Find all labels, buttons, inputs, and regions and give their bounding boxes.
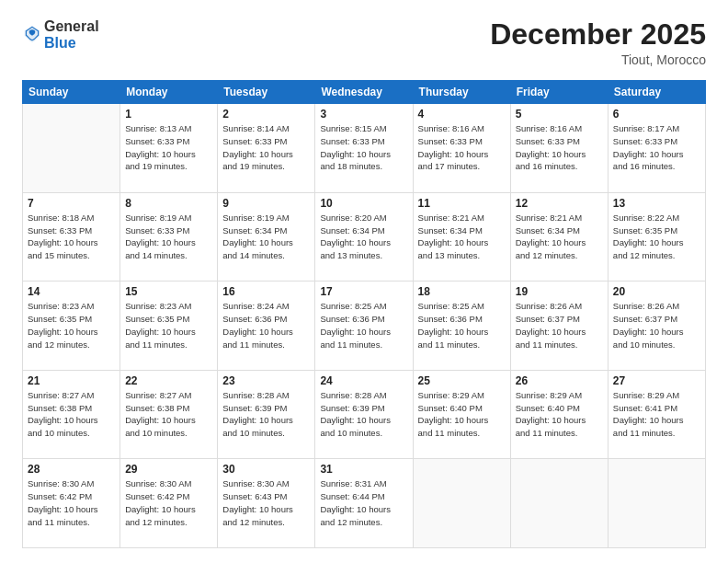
day-info: Sunrise: 8:27 AM Sunset: 6:38 PM Dayligh… xyxy=(28,389,115,440)
calendar-cell: 26Sunrise: 8:29 AM Sunset: 6:40 PM Dayli… xyxy=(510,370,608,459)
calendar-cell: 5Sunrise: 8:16 AM Sunset: 6:33 PM Daylig… xyxy=(510,104,608,193)
day-number: 26 xyxy=(516,374,603,387)
calendar-cell: 12Sunrise: 8:21 AM Sunset: 6:34 PM Dayli… xyxy=(510,192,608,282)
weekday-header-wednesday: Wednesday xyxy=(315,81,413,104)
calendar-week-1: 1Sunrise: 8:13 AM Sunset: 6:33 PM Daylig… xyxy=(23,104,706,193)
day-number: 1 xyxy=(125,108,212,121)
calendar-cell xyxy=(608,459,705,548)
calendar-cell: 23Sunrise: 8:28 AM Sunset: 6:39 PM Dayli… xyxy=(218,370,315,459)
day-info: Sunrise: 8:21 AM Sunset: 6:34 PM Dayligh… xyxy=(418,212,506,262)
day-info: Sunrise: 8:15 AM Sunset: 6:33 PM Dayligh… xyxy=(320,122,407,173)
calendar-table: SundayMondayTuesdayWednesdayThursdayFrid… xyxy=(22,80,706,548)
calendar-cell: 2Sunrise: 8:14 AM Sunset: 6:33 PM Daylig… xyxy=(218,104,315,193)
day-number: 13 xyxy=(613,197,700,210)
day-number: 8 xyxy=(125,197,212,210)
day-info: Sunrise: 8:19 AM Sunset: 6:33 PM Dayligh… xyxy=(125,212,212,262)
day-number: 22 xyxy=(125,374,212,387)
day-number: 9 xyxy=(222,197,310,210)
day-info: Sunrise: 8:22 AM Sunset: 6:35 PM Dayligh… xyxy=(613,212,700,262)
calendar-cell: 31Sunrise: 8:31 AM Sunset: 6:44 PM Dayli… xyxy=(315,459,413,548)
logo: General Blue xyxy=(22,18,99,52)
day-info: Sunrise: 8:26 AM Sunset: 6:37 PM Dayligh… xyxy=(516,300,603,350)
calendar-cell: 21Sunrise: 8:27 AM Sunset: 6:38 PM Dayli… xyxy=(23,370,120,459)
calendar-cell xyxy=(23,104,120,193)
weekday-header-tuesday: Tuesday xyxy=(218,81,315,104)
day-info: Sunrise: 8:28 AM Sunset: 6:39 PM Dayligh… xyxy=(222,389,310,440)
day-number: 5 xyxy=(516,108,603,121)
calendar-cell: 8Sunrise: 8:19 AM Sunset: 6:33 PM Daylig… xyxy=(120,192,218,282)
day-number: 16 xyxy=(222,285,310,298)
day-number: 12 xyxy=(516,197,603,210)
calendar-cell: 7Sunrise: 8:18 AM Sunset: 6:33 PM Daylig… xyxy=(23,192,120,282)
calendar-cell: 10Sunrise: 8:20 AM Sunset: 6:34 PM Dayli… xyxy=(315,192,413,282)
calendar-cell: 17Sunrise: 8:25 AM Sunset: 6:36 PM Dayli… xyxy=(315,282,413,371)
calendar-cell: 4Sunrise: 8:16 AM Sunset: 6:33 PM Daylig… xyxy=(413,104,510,193)
calendar-cell: 22Sunrise: 8:27 AM Sunset: 6:38 PM Dayli… xyxy=(120,370,218,459)
day-info: Sunrise: 8:28 AM Sunset: 6:39 PM Dayligh… xyxy=(320,389,407,440)
logo-icon xyxy=(22,23,42,43)
calendar-cell xyxy=(413,459,510,548)
day-number: 3 xyxy=(320,108,407,121)
day-info: Sunrise: 8:29 AM Sunset: 6:40 PM Dayligh… xyxy=(516,389,603,440)
day-info: Sunrise: 8:23 AM Sunset: 6:35 PM Dayligh… xyxy=(125,300,212,350)
day-info: Sunrise: 8:25 AM Sunset: 6:36 PM Dayligh… xyxy=(320,300,407,350)
header: General Blue December 2025 Tiout, Morocc… xyxy=(22,18,706,67)
day-number: 15 xyxy=(125,285,212,298)
calendar-cell: 1Sunrise: 8:13 AM Sunset: 6:33 PM Daylig… xyxy=(120,104,218,193)
day-number: 2 xyxy=(222,108,310,121)
day-number: 14 xyxy=(28,285,115,298)
day-number: 21 xyxy=(28,374,115,387)
calendar-cell: 6Sunrise: 8:17 AM Sunset: 6:33 PM Daylig… xyxy=(608,104,705,193)
day-number: 23 xyxy=(222,374,310,387)
calendar-week-2: 7Sunrise: 8:18 AM Sunset: 6:33 PM Daylig… xyxy=(23,192,706,282)
calendar-week-3: 14Sunrise: 8:23 AM Sunset: 6:35 PM Dayli… xyxy=(23,282,706,371)
day-info: Sunrise: 8:30 AM Sunset: 6:42 PM Dayligh… xyxy=(28,477,115,528)
calendar-cell: 11Sunrise: 8:21 AM Sunset: 6:34 PM Dayli… xyxy=(413,192,510,282)
calendar-cell: 28Sunrise: 8:30 AM Sunset: 6:42 PM Dayli… xyxy=(23,459,120,548)
calendar-cell: 20Sunrise: 8:26 AM Sunset: 6:37 PM Dayli… xyxy=(608,282,705,371)
day-info: Sunrise: 8:14 AM Sunset: 6:33 PM Dayligh… xyxy=(222,122,310,173)
calendar-week-5: 28Sunrise: 8:30 AM Sunset: 6:42 PM Dayli… xyxy=(23,459,706,548)
day-number: 29 xyxy=(125,463,212,476)
day-number: 17 xyxy=(320,285,407,298)
day-number: 11 xyxy=(418,197,506,210)
month-title: December 2025 xyxy=(490,18,706,51)
weekday-header-monday: Monday xyxy=(120,81,218,104)
day-number: 30 xyxy=(222,463,310,476)
day-info: Sunrise: 8:29 AM Sunset: 6:41 PM Dayligh… xyxy=(613,389,700,440)
day-number: 4 xyxy=(418,108,506,121)
day-number: 24 xyxy=(320,374,407,387)
calendar-cell: 13Sunrise: 8:22 AM Sunset: 6:35 PM Dayli… xyxy=(608,192,705,282)
calendar-cell: 24Sunrise: 8:28 AM Sunset: 6:39 PM Dayli… xyxy=(315,370,413,459)
day-info: Sunrise: 8:19 AM Sunset: 6:34 PM Dayligh… xyxy=(222,212,310,262)
calendar-week-4: 21Sunrise: 8:27 AM Sunset: 6:38 PM Dayli… xyxy=(23,370,706,459)
calendar-cell: 27Sunrise: 8:29 AM Sunset: 6:41 PM Dayli… xyxy=(608,370,705,459)
weekday-header-saturday: Saturday xyxy=(608,81,705,104)
day-number: 19 xyxy=(516,285,603,298)
calendar-cell: 19Sunrise: 8:26 AM Sunset: 6:37 PM Dayli… xyxy=(510,282,608,371)
weekday-header-friday: Friday xyxy=(510,81,608,104)
title-block: December 2025 Tiout, Morocco xyxy=(490,18,706,67)
day-number: 7 xyxy=(28,197,115,210)
day-info: Sunrise: 8:21 AM Sunset: 6:34 PM Dayligh… xyxy=(516,212,603,262)
page: General Blue December 2025 Tiout, Morocc… xyxy=(0,0,728,563)
day-info: Sunrise: 8:16 AM Sunset: 6:33 PM Dayligh… xyxy=(516,122,603,173)
calendar-cell: 16Sunrise: 8:24 AM Sunset: 6:36 PM Dayli… xyxy=(218,282,315,371)
weekday-header-row: SundayMondayTuesdayWednesdayThursdayFrid… xyxy=(23,81,706,104)
calendar-cell xyxy=(510,459,608,548)
day-info: Sunrise: 8:31 AM Sunset: 6:44 PM Dayligh… xyxy=(320,477,407,528)
day-info: Sunrise: 8:30 AM Sunset: 6:42 PM Dayligh… xyxy=(125,477,212,528)
day-info: Sunrise: 8:23 AM Sunset: 6:35 PM Dayligh… xyxy=(28,300,115,350)
day-info: Sunrise: 8:27 AM Sunset: 6:38 PM Dayligh… xyxy=(125,389,212,440)
logo-text-blue: Blue xyxy=(44,35,76,51)
weekday-header-sunday: Sunday xyxy=(23,81,120,104)
day-number: 6 xyxy=(613,108,700,121)
day-info: Sunrise: 8:26 AM Sunset: 6:37 PM Dayligh… xyxy=(613,300,700,350)
day-number: 20 xyxy=(613,285,700,298)
calendar-cell: 30Sunrise: 8:30 AM Sunset: 6:43 PM Dayli… xyxy=(218,459,315,548)
day-info: Sunrise: 8:24 AM Sunset: 6:36 PM Dayligh… xyxy=(222,300,310,350)
day-number: 28 xyxy=(28,463,115,476)
day-number: 25 xyxy=(418,374,506,387)
day-number: 18 xyxy=(418,285,506,298)
logo-text-general: General xyxy=(44,18,99,34)
